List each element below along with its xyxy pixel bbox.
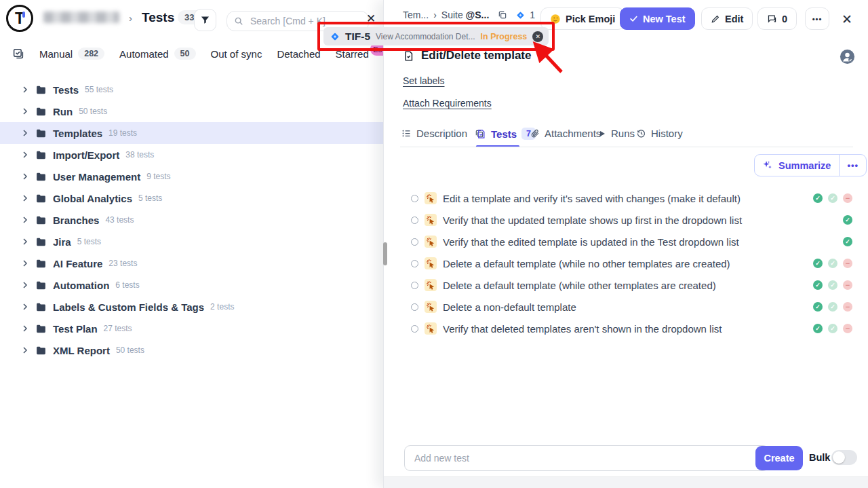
test-row[interactable]: Verify that deleted templates aren't sho… — [411, 318, 855, 339]
remove-jira-link-icon[interactable]: ✕ — [532, 31, 543, 42]
click-cursor-emoji-icon — [425, 236, 437, 248]
tree-item-automation[interactable]: Automation6 tests — [0, 274, 383, 296]
tab-history[interactable]: History — [636, 128, 683, 139]
app: T › Tests 332 ✕ Manual 282 Automated 50 … — [0, 0, 868, 488]
test-detail-panel: Tem... › Suite @S... 1 Pick Emoji New Te… — [383, 0, 868, 488]
comments-button[interactable]: 0 — [757, 7, 797, 30]
folder-icon — [35, 84, 47, 96]
folder-icon — [35, 171, 47, 183]
more-actions-button[interactable]: ••• — [805, 7, 829, 30]
edit-button[interactable]: Edit — [701, 7, 753, 30]
chevron-right-icon[interactable] — [21, 86, 29, 94]
chevron-right-icon[interactable] — [21, 238, 29, 246]
sparkles-icon — [762, 159, 773, 171]
folder-icon — [35, 258, 47, 269]
tree-item-branches[interactable]: Branches43 tests — [0, 209, 383, 231]
summarize-button[interactable]: Summarize ••• — [754, 154, 867, 176]
chevron-right-icon[interactable] — [21, 107, 29, 115]
jira-issue-summary: View Accommodation Det... — [376, 32, 475, 41]
history-clock-icon — [636, 128, 646, 138]
status-badge-fail-faded: − — [843, 280, 852, 290]
chevron-right-icon[interactable] — [21, 324, 29, 333]
status-badge-pass: ✓ — [813, 193, 823, 203]
test-row[interactable]: Edit a template and verify it's saved wi… — [411, 187, 855, 209]
scrollbar-thumb[interactable] — [383, 242, 387, 265]
bulk-toggle[interactable] — [831, 450, 857, 465]
close-panel-icon[interactable]: ✕ — [842, 13, 852, 26]
assignee-avatar[interactable] — [840, 49, 855, 64]
folder-icon — [35, 323, 47, 335]
chevron-right-icon[interactable] — [21, 172, 29, 181]
chevron-right-icon[interactable] — [21, 303, 29, 311]
breadcrumb-parent[interactable]: Tem... — [403, 10, 429, 20]
document-check-icon — [476, 129, 486, 139]
tab-attachments[interactable]: Attachments — [530, 128, 601, 139]
jira-link-count[interactable]: 1 — [530, 10, 535, 20]
filter-detached[interactable]: Detached — [277, 48, 320, 60]
search-icon — [234, 16, 243, 26]
tree-item-test-plan[interactable]: Test Plan27 tests — [0, 318, 383, 339]
tree-item-ai-feature[interactable]: AI Feature23 tests — [0, 252, 383, 274]
breadcrumb-suite[interactable]: Suite @S... — [441, 10, 489, 20]
project-name-blurred[interactable] — [43, 12, 119, 23]
test-status-circle-icon[interactable] — [411, 325, 418, 333]
jira-issue-chip[interactable]: TIF-5 View Accommodation Det... In Progr… — [323, 27, 549, 45]
filter-manual[interactable]: Manual 282 — [39, 48, 104, 60]
tree-item-run[interactable]: Run50 tests — [0, 100, 383, 122]
chevron-right-icon[interactable] — [21, 259, 29, 267]
chevron-right-icon[interactable] — [21, 346, 29, 354]
jira-issue-status: In Progress — [481, 32, 528, 41]
chevron-right-icon[interactable] — [21, 216, 29, 224]
status-badge-pass-faded: ✓ — [828, 259, 837, 268]
set-labels-link[interactable]: Set labels — [403, 75, 444, 86]
filter-out-of-sync[interactable]: Out of sync — [211, 48, 262, 60]
chevron-right-icon[interactable] — [21, 194, 29, 202]
chevron-right-icon[interactable] — [21, 281, 29, 289]
click-cursor-emoji-icon — [425, 257, 437, 269]
comment-icon — [767, 14, 777, 24]
app-logo[interactable]: T — [6, 5, 33, 32]
test-status-circle-icon[interactable] — [411, 238, 418, 246]
tab-description[interactable]: Description — [401, 128, 484, 139]
status-badge-fail-faded: − — [843, 302, 852, 312]
test-status-circle-icon[interactable] — [411, 217, 418, 224]
test-status-circle-icon[interactable] — [411, 282, 418, 289]
test-row[interactable]: Verify that the updated template shows u… — [411, 209, 855, 231]
test-row[interactable]: Verify that the edited template is updat… — [411, 231, 855, 252]
new-test-button[interactable]: New Test — [620, 7, 695, 30]
folder-icon — [35, 128, 47, 139]
test-result-badges: ✓✓− — [813, 302, 852, 312]
test-row[interactable]: Delete a non-default template ✓✓− — [411, 296, 855, 318]
test-status-circle-icon[interactable] — [411, 303, 418, 311]
tree-item-import-export[interactable]: Import/Export38 tests — [0, 144, 383, 166]
page-title: Tests — [142, 10, 174, 25]
create-button[interactable]: Create — [755, 446, 803, 470]
folder-icon — [35, 193, 47, 204]
test-row[interactable]: Delete a default template (while no othe… — [411, 252, 855, 274]
chevron-right-icon[interactable] — [21, 129, 29, 137]
click-cursor-emoji-icon — [425, 192, 437, 204]
copy-icon[interactable] — [498, 10, 507, 20]
tree-item-user-management[interactable]: User Management9 tests — [0, 166, 383, 187]
tab-tests[interactable]: Tests 7 — [476, 128, 536, 140]
filter-automated[interactable]: Automated 50 — [119, 48, 195, 60]
tree-item-xml-report[interactable]: XML Report50 tests — [0, 339, 383, 361]
chevron-right-icon[interactable] — [21, 151, 29, 159]
tree-item-global-analytics[interactable]: Global Analytics5 tests — [0, 187, 383, 209]
tree-item-labels-custom-fields-tags[interactable]: Labels & Custom Fields & Tags2 tests — [0, 296, 383, 318]
test-result-badges: ✓ — [843, 215, 852, 225]
filter-button[interactable] — [194, 9, 216, 31]
bulk-select-icon[interactable] — [12, 48, 24, 60]
test-row[interactable]: Delete a default template (while other t… — [411, 274, 855, 296]
document-check-icon — [403, 50, 414, 62]
tab-runs[interactable]: Runs — [598, 128, 635, 139]
comments-count: 0 — [782, 14, 787, 24]
tree-item-jira[interactable]: Jira5 tests — [0, 231, 383, 252]
test-status-circle-icon[interactable] — [411, 260, 418, 267]
test-status-circle-icon[interactable] — [411, 195, 418, 202]
summarize-more-button[interactable]: ••• — [840, 160, 866, 170]
add-new-test-input[interactable] — [404, 445, 769, 471]
attach-requirements-link[interactable]: Attach Requirements — [403, 98, 492, 109]
tree-item-tests[interactable]: Tests55 tests — [0, 79, 383, 100]
tree-item-templates-selected[interactable]: Templates19 tests — [0, 122, 383, 144]
